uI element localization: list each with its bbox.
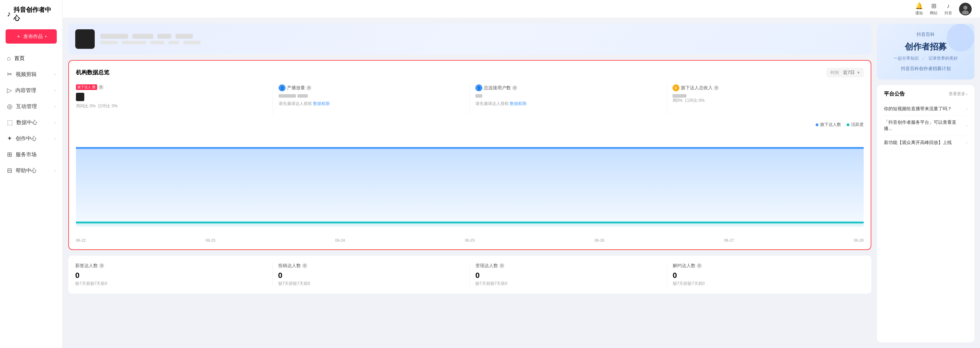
sidebar: ♪ 抖音创作者中心 ＋ 发布作品 ▾ ⌂ 首页 ✂ 视频剪辑 › ▷ 内容管理 … — [0, 0, 63, 348]
sidebar-item-service[interactable]: ⊞ 服务市场 — [0, 147, 62, 163]
metric-blurred3 — [673, 94, 859, 97]
question-icon5[interactable]: ? — [99, 263, 104, 268]
main-area: 🔔 通知 ⊞ 网站 ♪ 抖音 — [63, 0, 980, 348]
sidebar-item-creation[interactable]: ✦ 创作中心 › — [0, 131, 62, 147]
stat-change2: 较7天前较7天前0 — [278, 281, 464, 287]
sidebar-item-label: 创作中心 — [16, 135, 37, 142]
profile-name-block3 — [158, 34, 171, 39]
interaction-icon: ◎ — [7, 102, 13, 110]
avatar[interactable] — [959, 3, 972, 15]
banner-subtitle1: 一起分享知识 — [894, 56, 919, 61]
xaxis-label: 06-27 — [724, 238, 734, 243]
sidebar-item-label: 数据中心 — [16, 119, 37, 126]
help-icon: ⊟ — [7, 167, 12, 174]
topbar: 🔔 通知 ⊞ 网站 ♪ 抖音 — [63, 0, 980, 18]
stat-change3: 较7天前较7天前0 — [476, 281, 661, 287]
publish-button[interactable]: ＋ 发布作品 ▾ — [6, 29, 57, 43]
chevron-down-icon: › — [54, 137, 56, 140]
question-icon3[interactable]: ? — [512, 85, 517, 90]
logo-icon: ♪ — [7, 10, 11, 19]
announce-item-2[interactable]: 新功能【观众离开高峰回放】上线 › — [884, 136, 967, 149]
xaxis-label: 06-24 — [336, 238, 345, 243]
home-icon: ⌂ — [7, 55, 11, 62]
stat-label-text: 新签达人数 — [75, 263, 98, 269]
sidebar-item-video-edit[interactable]: ✂ 视频剪辑 › — [0, 66, 62, 82]
stat-value: 0 — [75, 271, 267, 280]
time-value: 近7日 — [843, 69, 854, 76]
profile-sub-block1 — [100, 41, 118, 44]
banner-subtitle2: 记录世界的美好 — [929, 56, 958, 61]
blur2 — [298, 94, 308, 97]
sidebar-item-label: 首页 — [14, 55, 25, 62]
sidebar-item-content[interactable]: ▷ 内容管理 › — [0, 82, 62, 98]
users-subtext: 请先邀请达人授权 — [476, 101, 510, 106]
stat-value2: 0 — [278, 271, 464, 280]
stat-label-text3: 变现达人数 — [476, 263, 498, 269]
xaxis-label: 06-25 — [465, 238, 475, 243]
stat-label-text4: 解约达人数 — [673, 263, 695, 269]
legend-label-active: 活跃度 — [851, 122, 864, 128]
question-icon[interactable]: ? — [99, 85, 103, 89]
question-icon7[interactable]: ? — [500, 263, 504, 268]
question-icon4[interactable]: ? — [714, 85, 719, 90]
metric-broadcast: 👤 产播放量 ? 请先邀请达人授权 数据权限 — [273, 85, 470, 115]
xaxis-label: 06-26 — [595, 238, 604, 243]
time-selector[interactable]: 时间 近7日 ▾ — [826, 68, 864, 77]
data-metrics: 旗下达人 数 ? 周同比 0% 日环比 0% 👤 产播放量 — [76, 85, 864, 115]
banner-subtitle: 一起分享知识 ／ 记录世界的美好 — [894, 56, 958, 61]
announce-item-1[interactable]: 「抖音创作者服务平台」可以查看直播... › — [884, 116, 967, 136]
publish-label: 发布作品 — [23, 34, 43, 40]
arrow-icon: › — [966, 123, 967, 128]
profile-name-block — [100, 34, 128, 39]
dropdown-icon: ▾ — [858, 70, 859, 75]
broadcast-icon: 👤 — [278, 85, 286, 91]
value-block — [76, 93, 84, 101]
announce-more-button[interactable]: 查看更多 › — [949, 91, 967, 97]
arrow-right-icon: › — [966, 92, 967, 97]
sidebar-item-interaction[interactable]: ◎ 互动管理 › — [0, 98, 62, 114]
douyin-button[interactable]: ♪ 抖音 — [945, 2, 952, 16]
stat-convert: 变现达人数 ? 0 较7天前较7天前0 — [470, 263, 667, 287]
users-label: 总连接用户数 — [484, 85, 511, 91]
question-icon6[interactable]: ? — [302, 263, 307, 268]
stat-label4: 解约达人数 ? — [673, 263, 859, 269]
recruit-banner: 抖音百科 创作者招募 一起分享知识 ／ 记录世界的美好 抖音百科创作者招募计划 — [877, 24, 974, 80]
metric-income: ¥ 旗下达人总收入 ? 周0% 口环比 0% — [667, 85, 864, 115]
legend-active: 活跃度 — [846, 122, 864, 128]
data-auth-link[interactable]: 数据权限 — [313, 101, 330, 106]
douyin-label: 抖音 — [945, 10, 952, 16]
stat-label: 新签达人数 ? — [75, 263, 267, 269]
creation-icon: ✦ — [7, 135, 12, 142]
chart-svg — [76, 131, 864, 236]
stat-value4: 0 — [673, 271, 859, 280]
income-icon: ¥ — [673, 85, 679, 91]
time-label: 时间 — [830, 70, 839, 76]
sidebar-item-data[interactable]: ⬚ 数据中心 › — [0, 114, 62, 131]
bell-icon: 🔔 — [915, 2, 923, 10]
legend-label-talent: 旗下达人数 — [820, 122, 841, 128]
data-card-title: 机构数据总览 — [76, 69, 109, 77]
announce-text: 你的短视频给直播带来流量了吗？ — [884, 105, 963, 112]
stat-submit: 投稿达人数 ? 0 较7天前较7天前0 — [273, 263, 470, 287]
chart-xaxis: 06-22 06-23 06-24 06-25 06-26 06-27 06-2… — [76, 237, 864, 243]
website-button[interactable]: ⊞ 网站 — [930, 2, 937, 16]
sidebar-item-home[interactable]: ⌂ 首页 — [0, 51, 62, 66]
notification-label: 通知 — [915, 10, 923, 16]
profile-name-row — [100, 34, 200, 39]
question-icon2[interactable]: ? — [307, 85, 311, 90]
content-left: 机构数据总览 时间 近7日 ▾ 旗下达人 数 ? — [68, 24, 871, 342]
right-panel: 抖音百科 创作者招募 一起分享知识 ／ 记录世界的美好 抖音百科创作者招募计划 … — [877, 24, 974, 342]
notification-button[interactable]: 🔔 通知 — [915, 2, 923, 16]
chart-area: 旗下达人数 活跃度 — [76, 122, 864, 243]
sidebar-item-label: 帮助中心 — [16, 168, 37, 174]
legend-talent: 旗下达人数 — [816, 122, 841, 128]
sidebar-item-help[interactable]: ⊟ 帮助中心 › — [0, 163, 62, 179]
user-icon: 👤 — [476, 85, 482, 91]
data-auth-link2[interactable]: 数据权限 — [510, 101, 527, 106]
stat-value3: 0 — [476, 271, 661, 280]
metric-label-talent: 旗下达人 数 ? — [76, 85, 267, 90]
question-icon8[interactable]: ? — [697, 263, 702, 268]
announce-item-0[interactable]: 你的短视频给直播带来流量了吗？ › — [884, 102, 967, 116]
metric-label-users: 👤 总连接用户数 ? — [476, 85, 661, 91]
stat-label2: 投稿达人数 ? — [278, 263, 464, 269]
